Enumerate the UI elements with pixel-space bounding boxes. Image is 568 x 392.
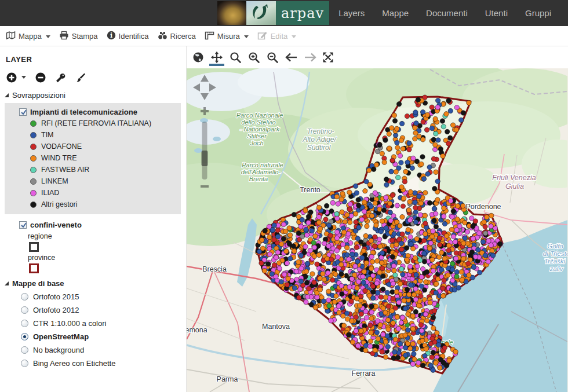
installation-dot — [497, 241, 502, 246]
installation-dot — [407, 147, 412, 152]
basemap-option[interactable]: No background — [0, 343, 186, 357]
map-canvas[interactable]: Parco Nazionaledello Stelvio- Nationalpa… — [187, 68, 567, 392]
installation-dot — [401, 196, 406, 200]
collapse-triangle-icon — [5, 281, 9, 285]
layer-settings-wrench-icon[interactable] — [54, 72, 66, 84]
installation-dot — [387, 131, 391, 136]
installation-dot — [445, 129, 450, 134]
identifica-button[interactable]: iIdentifica — [107, 31, 149, 42]
nav-item-utenti[interactable]: Utenti — [485, 8, 508, 18]
installation-dot — [435, 105, 440, 109]
installation-dot — [456, 285, 461, 290]
basemap-option[interactable]: Ortofoto 2012 — [0, 303, 186, 317]
installation-dot — [316, 220, 321, 225]
nav-item-mappe[interactable]: Mappe — [382, 8, 409, 18]
installation-dot — [408, 269, 413, 273]
installation-dot — [322, 277, 326, 282]
map-toolbar — [187, 46, 568, 68]
next-extent-tool-button[interactable] — [303, 51, 316, 66]
installation-dot — [263, 228, 267, 233]
basemap-radio[interactable] — [21, 320, 28, 327]
basemap-option[interactable]: Bing Aereo con Etichette — [0, 357, 186, 370]
alpine-lake — [213, 137, 221, 141]
nav-item-documenti[interactable]: Documenti — [426, 8, 468, 18]
ricerca-button[interactable]: Ricerca — [158, 31, 196, 42]
basemap-label: Bing Aereo con Etichette — [33, 359, 115, 368]
installation-dot — [483, 253, 487, 258]
basemap-radio[interactable] — [21, 360, 28, 367]
operator-color-dot — [30, 144, 37, 150]
installation-dot — [400, 146, 405, 151]
installation-dot — [274, 255, 278, 260]
installation-dot — [421, 177, 426, 181]
installation-dot — [369, 204, 373, 208]
installation-dot — [400, 204, 405, 208]
section-mappe-di-base[interactable]: Mappe di base — [0, 279, 186, 288]
edita-button[interactable]: Edita — [257, 31, 297, 42]
basemap-radio[interactable] — [21, 333, 28, 340]
installation-dot — [446, 248, 451, 252]
zoom-box-tool-button[interactable] — [229, 51, 242, 66]
installation-dot — [311, 240, 316, 245]
installation-dot — [296, 295, 301, 300]
installation-dot — [316, 214, 321, 219]
pan-tool-button[interactable] — [210, 51, 223, 66]
misura-button[interactable]: Misura — [205, 31, 249, 42]
remove-layer-button[interactable] — [35, 72, 46, 83]
brand-logos[interactable]: arpav — [217, 1, 329, 25]
zoom-in-tool-button[interactable] — [247, 51, 260, 66]
installation-dot — [303, 244, 308, 249]
zoom-out-tool-button[interactable] — [266, 51, 279, 66]
map-viewport[interactable]: Parco Nazionaledello Stelvio- Nationalpa… — [187, 68, 568, 392]
section-sovrapposizioni[interactable]: Sovrapposizioni — [0, 91, 186, 100]
installation-dot — [390, 255, 395, 259]
installation-dot — [437, 243, 442, 247]
installation-dot — [374, 162, 378, 167]
basemap-radio[interactable] — [21, 306, 28, 314]
installation-dot — [402, 298, 406, 303]
installation-dot — [459, 118, 464, 122]
basemap-radio[interactable] — [21, 346, 28, 354]
globe-tool-button[interactable] — [192, 51, 205, 66]
zoom-out-button[interactable] — [201, 185, 209, 188]
installation-dot — [450, 123, 455, 127]
installation-dot — [423, 213, 427, 218]
basemap-radio[interactable] — [21, 293, 28, 301]
installation-dot — [355, 259, 360, 263]
installation-dot — [395, 140, 399, 145]
zoom-full-extent-tool-button[interactable] — [322, 51, 334, 66]
installation-dot — [341, 323, 346, 328]
nav-item-layers[interactable]: Layers — [338, 8, 365, 18]
installation-dot — [364, 261, 369, 265]
add-layer-caret-icon[interactable] — [21, 76, 26, 79]
mappa-button[interactable]: Mappa — [6, 31, 50, 42]
nav-item-gruppi[interactable]: Gruppi — [525, 8, 551, 18]
installation-dot — [423, 221, 428, 226]
misura-caret-icon[interactable] — [244, 32, 249, 41]
installation-dot — [326, 298, 331, 302]
edita-caret-icon[interactable] — [292, 32, 296, 41]
installation-dot — [413, 206, 418, 210]
installation-dot — [356, 225, 361, 230]
confini-layer-checkbox[interactable] — [19, 221, 27, 229]
basemap-option[interactable]: OpenStreetMap — [0, 330, 186, 343]
installation-dot — [434, 211, 438, 216]
installation-dot — [336, 255, 340, 259]
installation-dot — [304, 269, 308, 274]
installation-dot — [334, 194, 339, 199]
installation-dot — [467, 273, 471, 277]
add-layer-button[interactable] — [6, 72, 17, 83]
basemap-option[interactable]: CTR 1:10.000 a colori — [0, 317, 186, 330]
operator-color-dot — [30, 190, 37, 196]
layer-style-brush-icon[interactable] — [74, 72, 86, 84]
previous-extent-tool-button[interactable] — [285, 51, 297, 66]
installation-dot — [383, 354, 388, 359]
mappa-caret-icon[interactable] — [46, 32, 50, 41]
zoom-slider-handle[interactable] — [202, 151, 208, 166]
installation-dot — [375, 259, 380, 263]
basemap-option[interactable]: Ortofoto 2015 — [0, 290, 186, 303]
stampa-button[interactable]: Stampa — [59, 31, 98, 42]
mappa-label: Mappa — [19, 32, 42, 41]
telecom-layer-checkbox[interactable] — [19, 108, 27, 116]
installation-dot — [373, 244, 377, 248]
